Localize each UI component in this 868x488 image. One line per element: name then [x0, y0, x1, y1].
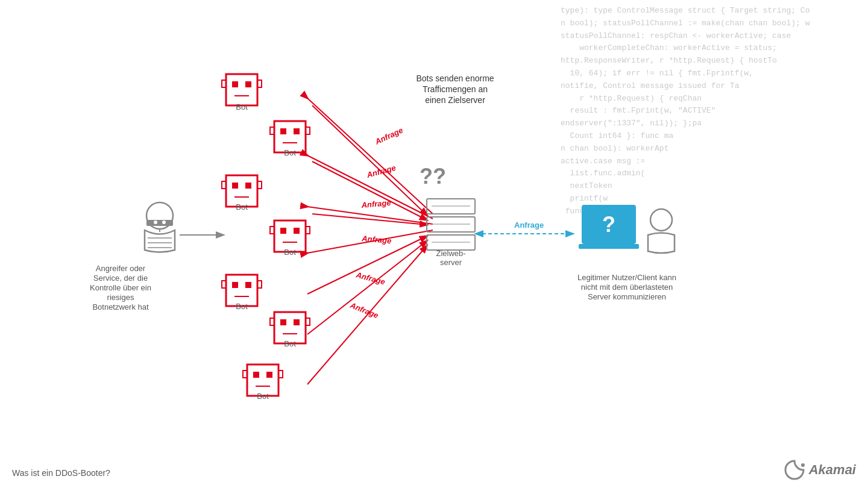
svg-rect-14: [222, 80, 226, 87]
svg-line-9: [307, 241, 427, 334]
svg-rect-15: [257, 80, 262, 87]
svg-text:Service, der die: Service, der die: [93, 274, 148, 283]
svg-rect-20: [274, 121, 306, 152]
svg-text:Bot: Bot: [284, 248, 296, 257]
svg-rect-51: [280, 319, 286, 325]
svg-text:Zielweb-: Zielweb-: [436, 249, 465, 258]
svg-rect-56: [243, 371, 247, 378]
svg-rect-59: [266, 372, 272, 378]
svg-rect-57: [278, 371, 283, 378]
svg-rect-21: [270, 127, 274, 134]
svg-text:Anfrage: Anfrage: [354, 270, 386, 286]
svg-rect-80: [579, 244, 639, 249]
svg-rect-37: [280, 228, 286, 234]
svg-point-65: [162, 221, 166, 224]
svg-rect-16: [232, 81, 238, 87]
svg-rect-29: [257, 181, 262, 189]
svg-rect-49: [270, 318, 274, 325]
svg-text:Anfrage: Anfrage: [360, 198, 391, 210]
svg-rect-17: [245, 81, 251, 87]
svg-rect-63: [146, 220, 173, 226]
svg-text:??: ??: [420, 164, 446, 189]
svg-rect-27: [226, 175, 257, 207]
svg-text:Trafficmengen an: Trafficmengen an: [423, 84, 488, 94]
svg-text:Botnetzwerk hat: Botnetzwerk hat: [92, 302, 149, 311]
svg-rect-42: [222, 281, 226, 288]
svg-text:?: ?: [602, 212, 615, 237]
code-background: type): type ControlMessage struct { Targ…: [555, 0, 868, 488]
svg-rect-36: [306, 227, 310, 234]
svg-text:Anfrage: Anfrage: [373, 125, 404, 146]
svg-point-81: [650, 209, 672, 231]
svg-rect-13: [226, 74, 257, 105]
svg-text:Bot: Bot: [284, 339, 296, 348]
svg-rect-70: [427, 199, 475, 214]
svg-rect-28: [222, 181, 226, 189]
svg-text:Anfrage: Anfrage: [348, 300, 380, 320]
svg-text:Bot: Bot: [284, 148, 296, 157]
svg-rect-23: [280, 128, 286, 134]
svg-rect-48: [274, 312, 306, 343]
svg-point-64: [154, 221, 157, 224]
svg-line-8: [307, 236, 427, 294]
svg-text:Bot: Bot: [236, 202, 248, 211]
svg-rect-44: [232, 282, 238, 288]
svg-rect-34: [274, 221, 306, 252]
svg-rect-55: [247, 364, 278, 396]
svg-line-5: [307, 207, 433, 224]
svg-rect-74: [427, 235, 475, 250]
akamai-icon: [784, 459, 805, 481]
svg-rect-45: [245, 282, 251, 288]
svg-line-7: [307, 230, 433, 253]
svg-line-1: [307, 98, 433, 214]
svg-rect-72: [427, 217, 475, 232]
svg-line-6: [312, 214, 427, 225]
svg-line-2: [312, 105, 427, 215]
svg-rect-58: [253, 372, 259, 378]
svg-text:riesiges: riesiges: [107, 293, 134, 302]
svg-rect-41: [226, 275, 257, 306]
akamai-logo: Akamai: [784, 459, 856, 481]
svg-text:Legitimer Nutzer/Client kann: Legitimer Nutzer/Client kann: [577, 273, 676, 282]
svg-text:Anfrage: Anfrage: [514, 221, 544, 230]
svg-text:Angreifer oder: Angreifer oder: [96, 264, 146, 273]
svg-point-62: [146, 202, 173, 229]
diagram-svg: ?? Bot Bot Bot: [0, 0, 868, 488]
svg-rect-22: [306, 127, 310, 134]
svg-text:Anfrage: Anfrage: [365, 163, 397, 180]
svg-text:Was ist ein DDoS-Booter?: Was ist ein DDoS-Booter?: [12, 468, 110, 478]
svg-text:Bots senden enorme: Bots senden enorme: [416, 74, 494, 83]
svg-text:Bot: Bot: [236, 102, 248, 111]
svg-text:server: server: [440, 258, 462, 267]
svg-point-101: [801, 463, 805, 467]
akamai-text: Akamai: [809, 462, 856, 478]
svg-line-4: [312, 161, 427, 220]
svg-text:Bot: Bot: [257, 392, 269, 401]
svg-text:Server kommunizieren: Server kommunizieren: [588, 292, 666, 301]
svg-text:Kontrolle über ein: Kontrolle über ein: [90, 283, 151, 292]
svg-rect-31: [245, 183, 251, 189]
svg-rect-43: [257, 281, 262, 288]
svg-rect-50: [306, 318, 310, 325]
svg-rect-52: [294, 319, 300, 325]
svg-rect-24: [294, 128, 300, 134]
svg-line-3: [307, 155, 433, 219]
svg-rect-38: [294, 228, 300, 234]
svg-line-10: [307, 246, 427, 384]
svg-text:einen Zielserver: einen Zielserver: [425, 95, 485, 105]
svg-rect-35: [270, 227, 274, 234]
svg-text:nicht mit dem überlasteten: nicht mit dem überlasteten: [581, 283, 673, 292]
svg-text:Anfrage: Anfrage: [361, 234, 392, 245]
svg-text:Bot: Bot: [236, 302, 248, 311]
svg-rect-30: [232, 183, 238, 189]
svg-rect-78: [582, 205, 636, 244]
